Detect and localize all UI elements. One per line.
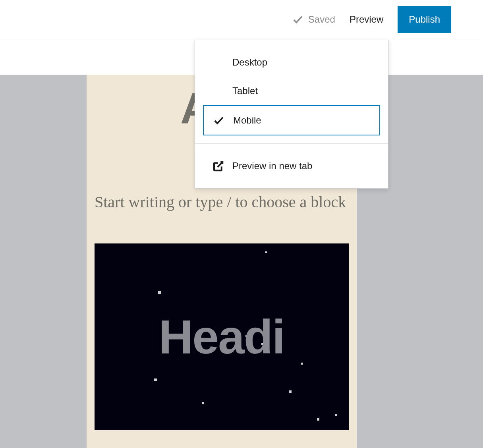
cover-block[interactable]: Headi	[95, 243, 349, 430]
external-link-icon	[211, 159, 225, 173]
saved-label: Saved	[308, 14, 335, 25]
menu-item-label: Mobile	[233, 115, 261, 126]
check-icon	[211, 84, 225, 98]
menu-item-label: Tablet	[232, 85, 258, 97]
preview-new-tab[interactable]: Preview in new tab	[203, 152, 380, 180]
menu-item-label: Desktop	[232, 57, 267, 68]
dropdown-external-section: Preview in new tab	[195, 143, 388, 188]
cover-heading[interactable]: Headi	[159, 309, 285, 364]
preview-option-mobile[interactable]: Mobile	[203, 105, 380, 135]
check-icon	[212, 113, 226, 127]
check-icon	[292, 13, 304, 26]
publish-button[interactable]: Publish	[398, 6, 451, 33]
preview-button[interactable]: Preview	[345, 11, 388, 28]
menu-item-label: Preview in new tab	[232, 160, 312, 172]
svg-line-0	[218, 162, 223, 167]
saved-indicator: Saved	[292, 13, 335, 26]
editor-top-bar: Saved Preview Publish	[0, 0, 483, 39]
dropdown-devices-section: Desktop Tablet Mobile	[195, 40, 388, 143]
preview-option-desktop[interactable]: Desktop	[203, 48, 380, 77]
check-icon	[211, 55, 225, 70]
preview-dropdown: Desktop Tablet Mobile Preview in new tab	[195, 40, 388, 189]
preview-option-tablet[interactable]: Tablet	[203, 77, 380, 105]
